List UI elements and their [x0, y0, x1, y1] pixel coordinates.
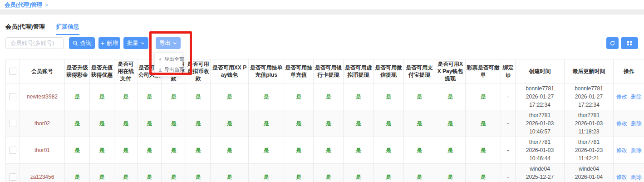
row-checkbox[interactable]	[9, 93, 16, 100]
close-icon[interactable]: ×	[45, 3, 48, 8]
delete-link[interactable]: 删除	[631, 93, 642, 101]
bind-ip-value: -	[507, 120, 509, 127]
add-button[interactable]: + 新增	[98, 37, 120, 49]
member-account-link[interactable]: thor02	[34, 120, 50, 127]
flag-cell: 是	[162, 137, 186, 164]
window-tab-label: 会员(代理)管理	[5, 1, 42, 9]
flag-cell: 是	[211, 110, 249, 137]
query-button-label: 查询	[80, 39, 92, 47]
flag-cell: 是	[374, 84, 404, 110]
flag-cell: 是	[138, 164, 162, 182]
tab-member-management[interactable]: 会员(代理)管理	[5, 23, 45, 34]
member-account-link[interactable]: newtest3982	[27, 93, 58, 100]
flag-cell: 是	[435, 110, 466, 137]
column-settings-button[interactable]	[621, 37, 638, 49]
delete-link[interactable]: 删除	[631, 147, 642, 154]
flag-value: 是	[196, 147, 201, 153]
updated-at: 2026-01-03 11:18:23	[565, 119, 612, 136]
window-tab-member-management[interactable]: 会员(代理)管理 ×	[5, 1, 48, 9]
flag-cell: 是	[404, 164, 435, 182]
flag-value: 是	[227, 93, 232, 100]
row-checkbox[interactable]	[9, 173, 16, 181]
flag-cell: 是	[90, 84, 114, 110]
column-header: 是否可用在线支付	[114, 59, 138, 84]
member-account-link[interactable]: thor01	[34, 147, 50, 153]
flag-value: 是	[74, 147, 80, 153]
batch-button[interactable]: 批量	[123, 37, 148, 49]
flag-value: 是	[356, 120, 361, 127]
flag-cell: 是	[374, 137, 404, 164]
actions-cell: 修改删除	[614, 84, 644, 110]
column-header: 最后更新时间	[565, 59, 614, 84]
created-at: 2026-01-03 10:46:44	[516, 146, 563, 162]
query-button[interactable]: 查询	[69, 37, 95, 49]
flag-cell: 是	[466, 137, 501, 164]
batch-button-label: 批量	[127, 39, 138, 47]
flag-cell: 是	[186, 164, 211, 182]
flag-cell: 是	[314, 137, 344, 164]
flag-cell: 是	[284, 164, 314, 182]
row-checkbox[interactable]	[9, 147, 16, 154]
flag-cell: 是	[344, 137, 374, 164]
export-current-page-menu-item[interactable]: 导出当页	[155, 64, 182, 75]
plus-icon: +	[101, 40, 104, 46]
bind-ip-value: -	[507, 147, 509, 153]
row-checkbox[interactable]	[9, 120, 16, 127]
flag-value: 是	[386, 174, 391, 180]
member-account-link[interactable]: za123456	[30, 174, 54, 180]
flag-value: 是	[417, 174, 422, 180]
flag-value: 是	[264, 147, 269, 153]
flag-cell: 是	[249, 110, 284, 137]
flag-cell: 是	[65, 110, 90, 137]
search-input[interactable]	[5, 37, 64, 49]
column-header: 是否充值获得优惠	[90, 59, 114, 84]
select-all-checkbox[interactable]	[9, 68, 16, 75]
flag-cell: 是	[114, 137, 138, 164]
bind-ip-cell: -	[501, 164, 516, 182]
updated-time-cell: thor77812026-01-23 11:42:21	[565, 137, 614, 164]
flag-value: 是	[447, 93, 453, 100]
flag-value: 是	[227, 174, 232, 180]
delete-link[interactable]: 删除	[631, 120, 642, 128]
flag-cell: 是	[344, 110, 374, 137]
edit-link[interactable]: 修改	[616, 173, 627, 181]
flag-cell: 是	[211, 137, 249, 164]
updated-at: 2026-01-23 11:42:21	[565, 146, 612, 162]
edit-link[interactable]: 修改	[616, 120, 627, 128]
created-by: thor7781	[516, 138, 563, 146]
flag-cell: 是	[211, 164, 249, 182]
created-time-cell: thor77812026-01-03 10:46:57	[516, 110, 565, 137]
edit-link[interactable]: 修改	[616, 147, 627, 154]
flag-value: 是	[447, 174, 453, 180]
flag-value: 是	[99, 174, 105, 180]
export-all-menu-item[interactable]: 导出全部	[155, 54, 182, 64]
tab-extended-info[interactable]: 扩展信息	[56, 23, 79, 35]
flag-cell: 是	[284, 137, 314, 164]
edit-link[interactable]: 修改	[616, 93, 627, 101]
flag-value: 是	[326, 174, 331, 180]
updated-at: 2026-01-27 17:22:34	[565, 93, 612, 109]
flag-cell: 是	[114, 84, 138, 110]
column-header: 是否可用XX Pay钱包提现	[435, 59, 466, 84]
flag-cell: 是	[186, 110, 211, 137]
flag-value: 是	[171, 174, 177, 180]
flag-value: 是	[481, 120, 486, 127]
row-select-cell	[6, 84, 20, 110]
created-at: 2025-12-27 16:25:03	[516, 173, 563, 182]
flag-cell: 是	[404, 110, 435, 137]
column-header: 是否升级获得彩金	[65, 59, 90, 84]
column-header: 是否可用虚拟币收款	[186, 59, 211, 84]
flag-value: 是	[326, 147, 331, 153]
flag-value: 是	[296, 93, 301, 100]
export-button[interactable]: 导出	[156, 37, 181, 49]
grid-icon	[627, 40, 632, 46]
delete-link[interactable]: 删除	[631, 173, 642, 181]
flag-value: 是	[196, 120, 201, 127]
flag-cell: 是	[404, 84, 435, 110]
member-account-cell: thor01	[20, 137, 65, 164]
toolbar: 查询 + 新增 批量 导出	[0, 37, 644, 49]
refresh-icon	[610, 40, 615, 46]
bind-ip-cell: -	[501, 84, 516, 110]
bind-ip-cell: -	[501, 137, 516, 164]
refresh-button[interactable]	[606, 37, 619, 49]
